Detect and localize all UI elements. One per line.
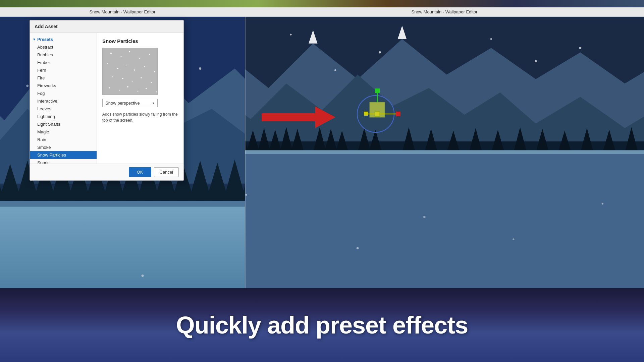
sidebar-item-snow-particles[interactable]: Snow Particles (30, 151, 97, 159)
svg-point-112 (126, 65, 127, 66)
sidebar-item-spark[interactable]: Spark (30, 159, 97, 164)
sidebar-item-interactive[interactable]: Interactive (30, 97, 97, 105)
dialog-title: Add Asset (30, 20, 183, 33)
sidebar-item-smoke[interactable]: Smoke (30, 143, 97, 151)
sidebar-item-light-shafts[interactable]: Light Shafts (30, 120, 97, 128)
svg-point-124 (138, 91, 139, 92)
preset-description: Adds snow particles slowly falling from … (102, 111, 178, 123)
svg-point-88 (423, 216, 426, 218)
svg-rect-101 (396, 112, 400, 116)
svg-point-120 (151, 82, 152, 83)
dropdown-row: Snow perspective (102, 99, 178, 107)
svg-point-122 (119, 90, 120, 91)
svg-point-110 (107, 63, 108, 64)
svg-point-108 (139, 58, 140, 59)
preview-svg (103, 48, 158, 95)
transform-gizmo[interactable] (352, 84, 406, 139)
svg-point-82 (490, 38, 492, 40)
svg-point-126 (156, 92, 157, 93)
svg-point-86 (535, 60, 537, 62)
dialog-sidebar[interactable]: ▼ Presets Abstract Bubbles Ember Fern Fi… (30, 33, 97, 164)
sidebar-item-fog[interactable]: Fog (30, 89, 97, 97)
red-arrow-indicator (262, 104, 335, 132)
svg-point-117 (122, 78, 123, 79)
svg-point-113 (134, 69, 135, 71)
svg-point-81 (379, 51, 381, 54)
add-asset-dialog: Add Asset ▼ Presets Abstract Bubbles Emb… (30, 20, 184, 181)
svg-rect-104 (103, 48, 158, 95)
svg-rect-99 (375, 88, 380, 93)
content-title: Snow Particles (102, 38, 178, 44)
sidebar-item-fireworks[interactable]: Fireworks (30, 82, 97, 89)
svg-point-106 (121, 56, 122, 57)
presets-label: Presets (37, 37, 53, 42)
dialog-body: ▼ Presets Abstract Bubbles Ember Fern Fi… (30, 33, 183, 164)
svg-point-85 (334, 69, 336, 71)
svg-rect-100 (364, 112, 368, 116)
sidebar-item-lightning[interactable]: Lightning (30, 113, 97, 120)
cancel-button[interactable]: Cancel (154, 167, 179, 177)
title-text-right: Snow Mountain - Wallpaper Editor (412, 9, 478, 14)
title-bar-left: Snow Mountain - Wallpaper Editor (0, 7, 245, 17)
svg-point-109 (149, 54, 150, 55)
presets-section-header[interactable]: ▼ Presets (30, 36, 97, 43)
svg-rect-103 (375, 112, 380, 116)
svg-point-35 (199, 67, 201, 70)
svg-point-116 (112, 76, 113, 77)
sidebar-item-leaves[interactable]: Leaves (30, 105, 97, 113)
preset-preview-image (102, 48, 158, 95)
presets-arrow-icon: ▼ (33, 38, 36, 41)
right-mountain-svg (245, 17, 644, 288)
svg-point-38 (142, 275, 144, 277)
svg-point-123 (127, 86, 128, 87)
sidebar-item-rain[interactable]: Rain (30, 136, 97, 143)
sidebar-item-abstract[interactable]: Abstract (30, 43, 97, 51)
preset-variant-dropdown[interactable]: Snow perspective (102, 99, 158, 107)
sidebar-item-bubbles[interactable]: Bubbles (30, 51, 97, 59)
title-text-left: Snow Mountain - Wallpaper Editor (90, 9, 156, 14)
svg-point-87 (245, 194, 247, 195)
svg-rect-94 (262, 113, 319, 121)
svg-point-33 (26, 85, 29, 87)
svg-rect-77 (245, 150, 644, 288)
title-bar-right: Snow Mountain - Wallpaper Editor (245, 7, 644, 17)
svg-point-105 (110, 53, 112, 54)
sidebar-item-ember[interactable]: Ember (30, 59, 97, 66)
svg-point-111 (117, 68, 118, 69)
svg-point-114 (144, 66, 145, 67)
svg-point-121 (109, 87, 110, 88)
svg-point-119 (141, 77, 142, 78)
bottom-caption-bar: Quickly add preset effects (0, 288, 644, 362)
bottom-caption-text: Quickly add preset effects (176, 311, 468, 339)
svg-point-118 (132, 81, 133, 82)
svg-point-83 (579, 47, 582, 49)
sidebar-item-fern[interactable]: Fern (30, 66, 97, 74)
top-decorative-strip (0, 0, 644, 7)
sidebar-item-fire[interactable]: Fire (30, 74, 97, 82)
dialog-footer: OK Cancel (30, 164, 183, 180)
svg-point-107 (129, 51, 130, 52)
dialog-right-content: Snow Particles (97, 33, 183, 164)
svg-marker-95 (315, 107, 335, 128)
dropdown-wrapper[interactable]: Snow perspective (102, 99, 158, 107)
svg-point-89 (602, 203, 603, 204)
svg-point-91 (513, 238, 514, 240)
svg-point-92 (357, 247, 359, 249)
svg-rect-78 (245, 150, 644, 154)
svg-point-80 (290, 34, 291, 35)
right-wallpaper-bg (245, 17, 644, 288)
panel-divider (245, 17, 246, 288)
svg-point-115 (154, 71, 155, 72)
sidebar-item-magic[interactable]: Magic (30, 128, 97, 136)
svg-rect-29 (0, 201, 245, 206)
svg-point-125 (146, 88, 147, 89)
ok-button[interactable]: OK (129, 167, 151, 177)
